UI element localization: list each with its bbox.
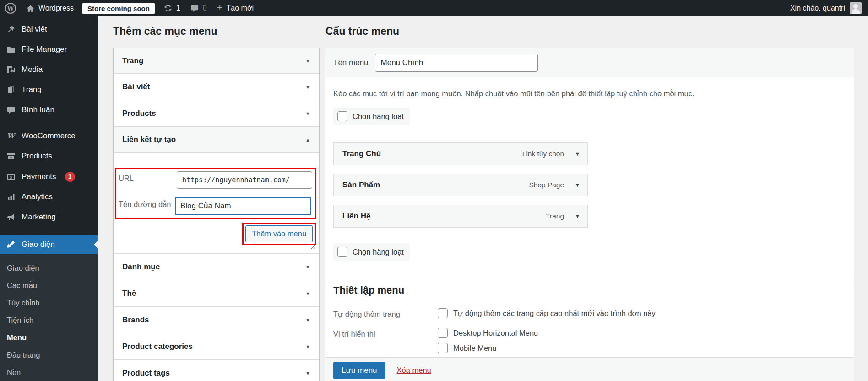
menu-name-header: Tên menu — [326, 48, 854, 77]
chevron-down-icon[interactable]: ▼ — [575, 151, 580, 157]
comments-link[interactable]: 0 — [185, 0, 212, 16]
url-label: URL — [119, 174, 134, 183]
comment-bubble-icon — [190, 4, 199, 13]
bulk-select-toggle-top[interactable]: Chọn hàng loạt — [333, 108, 410, 125]
accordion-custom-links[interactable]: Liên kết tự tạo ▲ — [114, 127, 319, 153]
accordion-product-categories[interactable]: Product categories ▼ — [114, 333, 319, 360]
bulk-select-label: Chọn hàng loạt — [353, 112, 404, 121]
location-option-mobile[interactable]: Mobile Menu — [438, 343, 496, 353]
sidebar-item-posts[interactable]: Bài viết — [0, 19, 98, 39]
bulk-select-checkbox[interactable] — [337, 247, 347, 257]
chevron-down-icon: ▼ — [305, 317, 310, 323]
admin-bar: W Wordpress Store coming soon 1 0 + Tạo … — [0, 0, 868, 16]
media-icon — [6, 65, 16, 74]
update-count: 1 — [176, 4, 180, 12]
sidebar-item-appearance[interactable]: Giao diện — [0, 235, 98, 254]
woocommerce-icon: W — [6, 131, 16, 141]
menu-item-type: Shop Page — [529, 181, 564, 189]
sidebar-item-pages[interactable]: Trang — [0, 80, 98, 100]
accordion-tags[interactable]: Thẻ ▼ — [114, 280, 319, 307]
sidebar-item-label: Giao diện — [22, 240, 55, 249]
chevron-down-icon[interactable]: ▼ — [575, 182, 580, 188]
user-greeting[interactable]: Xin chào, quantri — [790, 4, 845, 12]
chevron-down-icon: ▼ — [305, 264, 310, 270]
auto-add-checkbox[interactable] — [438, 308, 448, 318]
megaphone-icon — [6, 212, 16, 222]
store-coming-soon-badge: Store coming soon — [82, 3, 155, 14]
new-content-button[interactable]: + Tạo mới — [212, 0, 259, 16]
auto-add-text: Tự động thêm các trang cấp cao nhất mới … — [453, 309, 656, 318]
bulk-select-checkbox[interactable] — [337, 111, 347, 121]
link-text-label: Tên đường dẫn — [119, 200, 171, 209]
save-footer: Lưu menu Xóa menu — [326, 357, 854, 381]
accordion-brands[interactable]: Brands ▼ — [114, 307, 319, 333]
accordion-categories[interactable]: Danh mục ▼ — [114, 254, 319, 280]
desktop-menu-checkbox[interactable] — [438, 328, 448, 338]
submenu-item-patterns[interactable]: Các mẫu — [0, 277, 98, 294]
resize-handle-icon[interactable] — [310, 243, 315, 251]
submenu-item-themes[interactable]: Giao diện — [0, 259, 98, 277]
chevron-down-icon[interactable]: ▼ — [575, 213, 580, 219]
accordion-label: Products — [122, 109, 156, 118]
save-menu-button[interactable]: Lưu menu — [333, 362, 385, 379]
url-input[interactable] — [177, 171, 312, 189]
site-name-link[interactable]: Wordpress — [21, 0, 79, 16]
chevron-down-icon: ▼ — [305, 84, 310, 90]
sidebar-item-file-manager[interactable]: File Manager — [0, 39, 98, 60]
menu-item-trang-chu[interactable]: Trang Chủ Link tùy chọn ▼ — [333, 142, 588, 165]
submenu-item-header[interactable]: Đầu trang — [0, 346, 98, 364]
payments-icon: $ — [6, 172, 16, 181]
sidebar-item-label: Payments — [22, 172, 56, 181]
link-text-input[interactable] — [175, 197, 311, 215]
chevron-down-icon: ▼ — [305, 344, 310, 349]
sidebar-item-label: Media — [22, 65, 43, 74]
delete-menu-link[interactable]: Xóa menu — [397, 366, 431, 375]
sidebar-item-media[interactable]: Media — [0, 60, 98, 80]
accordion-pages[interactable]: Trang ▼ — [114, 48, 319, 74]
avatar[interactable] — [850, 2, 862, 14]
location-text: Mobile Menu — [453, 344, 496, 353]
menu-item-type: Trang — [546, 212, 564, 220]
plus-icon: + — [217, 3, 223, 13]
sidebar-item-comments[interactable]: Bình luận — [0, 100, 98, 120]
bulk-select-label: Chọn hàng loạt — [353, 248, 404, 256]
accordion-posts[interactable]: Bài viết ▼ — [114, 74, 319, 100]
mobile-menu-checkbox[interactable] — [438, 343, 448, 353]
sidebar-item-label: Trang — [22, 85, 42, 94]
box-icon — [6, 152, 16, 161]
payments-count-badge: 1 — [65, 172, 75, 182]
submenu-item-menus[interactable]: Menu — [0, 329, 98, 346]
accordion-label: Danh mục — [122, 262, 160, 272]
menu-name-input[interactable] — [375, 54, 538, 72]
chevron-down-icon: ▼ — [305, 370, 310, 376]
wordpress-logo-icon: W — [5, 3, 16, 14]
updates-link[interactable]: 1 — [158, 0, 185, 16]
sidebar-item-label: WooCommerce — [22, 131, 76, 141]
submenu-item-customize[interactable]: Tùy chỉnh — [0, 294, 98, 311]
sidebar-item-products[interactable]: Products — [0, 146, 98, 166]
accordion-label: Bài viết — [122, 82, 150, 92]
menu-settings-title: Thiết lập menu — [333, 284, 404, 296]
add-to-menu-button[interactable]: Thêm vào menu — [245, 225, 313, 242]
sidebar-item-woocommerce[interactable]: W WooCommerce — [0, 126, 98, 146]
sidebar-item-analytics[interactable]: Analytics — [0, 187, 98, 207]
bulk-select-toggle-bottom[interactable]: Chọn hàng loạt — [333, 243, 410, 261]
accordion-label: Product tags — [122, 369, 170, 378]
submenu-item-background[interactable]: Nền — [0, 364, 98, 381]
custom-link-form: URL Tên đường dẫn Thêm vào menu — [114, 153, 319, 254]
sidebar-item-payments[interactable]: $ Payments 1 — [0, 166, 98, 186]
accordion-product-tags[interactable]: Product tags ▼ — [114, 360, 319, 381]
accordion-label: Trang — [122, 56, 143, 65]
menu-name-label: Tên menu — [333, 58, 369, 67]
new-content-label: Tạo mới — [227, 4, 254, 12]
menu-item-lien-he[interactable]: Liên Hệ Trang ▼ — [333, 205, 588, 228]
menu-item-san-pham[interactable]: Sản Phẩm Shop Page ▼ — [333, 174, 588, 196]
submenu-item-widgets[interactable]: Tiện ích — [0, 311, 98, 329]
menu-structure-title: Cấu trúc menu — [326, 25, 399, 38]
auto-add-option[interactable]: Tự động thêm các trang cấp cao nhất mới … — [438, 308, 656, 318]
sidebar-item-marketing[interactable]: Marketing — [0, 207, 98, 227]
wordpress-logo-menu[interactable]: W — [0, 0, 21, 16]
pin-icon — [6, 25, 16, 34]
location-option-desktop[interactable]: Desktop Horizontal Menu — [438, 328, 538, 338]
accordion-products[interactable]: Products ▼ — [114, 100, 319, 127]
